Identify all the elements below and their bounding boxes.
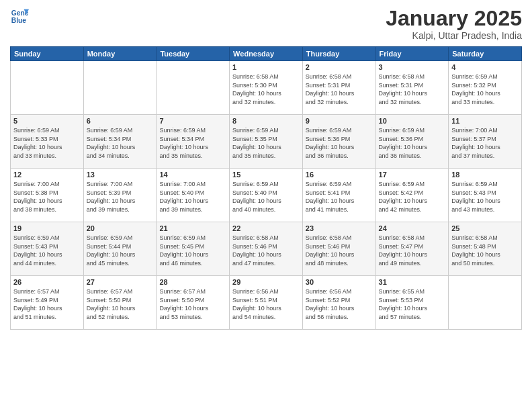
day-number: 20 xyxy=(87,224,154,232)
day-info: Sunrise: 6:59 AM Sunset: 5:41 PM Dayligh… xyxy=(306,180,373,214)
day-number: 22 xyxy=(232,224,300,232)
calendar-cell: 31Sunrise: 6:55 AM Sunset: 5:53 PM Dayli… xyxy=(375,276,449,330)
day-info: Sunrise: 6:59 AM Sunset: 5:36 PM Dayligh… xyxy=(379,126,446,160)
day-number: 13 xyxy=(87,171,154,179)
day-header-tuesday: Tuesday xyxy=(157,47,230,61)
month-title: January 2025 xyxy=(386,7,522,30)
day-info: Sunrise: 6:59 AM Sunset: 5:36 PM Dayligh… xyxy=(306,126,373,160)
day-info: Sunrise: 6:59 AM Sunset: 5:34 PM Dayligh… xyxy=(159,126,226,160)
calendar-cell: 9Sunrise: 6:59 AM Sunset: 5:36 PM Daylig… xyxy=(302,115,375,169)
day-info: Sunrise: 6:59 AM Sunset: 5:40 PM Dayligh… xyxy=(232,180,300,214)
day-header-monday: Monday xyxy=(83,47,157,61)
day-number: 5 xyxy=(13,117,81,125)
calendar-cell: 1Sunrise: 6:58 AM Sunset: 5:30 PM Daylig… xyxy=(230,61,303,115)
day-info: Sunrise: 6:58 AM Sunset: 5:48 PM Dayligh… xyxy=(451,234,519,267)
day-number: 12 xyxy=(13,171,81,179)
calendar-week-row: 19Sunrise: 6:59 AM Sunset: 5:43 PM Dayli… xyxy=(11,222,522,276)
calendar-cell xyxy=(449,276,522,330)
day-number: 3 xyxy=(379,63,446,71)
day-header-thursday: Thursday xyxy=(302,47,375,61)
calendar-cell: 7Sunrise: 6:59 AM Sunset: 5:34 PM Daylig… xyxy=(157,115,230,169)
day-number: 4 xyxy=(451,63,519,71)
day-number: 27 xyxy=(87,278,154,286)
day-info: Sunrise: 6:55 AM Sunset: 5:53 PM Dayligh… xyxy=(379,287,446,321)
day-number: 14 xyxy=(159,171,226,179)
day-info: Sunrise: 6:58 AM Sunset: 5:46 PM Dayligh… xyxy=(306,234,373,267)
calendar-cell: 12Sunrise: 7:00 AM Sunset: 5:38 PM Dayli… xyxy=(11,169,84,222)
calendar-cell: 4Sunrise: 6:59 AM Sunset: 5:32 PM Daylig… xyxy=(449,61,522,115)
svg-text:Blue: Blue xyxy=(11,17,27,24)
day-number: 26 xyxy=(13,278,81,286)
calendar-cell: 29Sunrise: 6:56 AM Sunset: 5:51 PM Dayli… xyxy=(230,276,303,330)
day-info: Sunrise: 7:00 AM Sunset: 5:38 PM Dayligh… xyxy=(13,180,81,214)
calendar-week-row: 5Sunrise: 6:59 AM Sunset: 5:33 PM Daylig… xyxy=(11,115,522,169)
calendar-cell: 16Sunrise: 6:59 AM Sunset: 5:41 PM Dayli… xyxy=(302,169,375,222)
calendar-cell: 11Sunrise: 7:00 AM Sunset: 5:37 PM Dayli… xyxy=(449,115,522,169)
day-info: Sunrise: 6:57 AM Sunset: 5:50 PM Dayligh… xyxy=(159,287,226,321)
day-header-sunday: Sunday xyxy=(11,47,84,61)
day-info: Sunrise: 6:58 AM Sunset: 5:31 PM Dayligh… xyxy=(379,73,446,106)
day-number: 24 xyxy=(379,224,446,232)
day-number: 8 xyxy=(232,117,300,125)
day-info: Sunrise: 6:59 AM Sunset: 5:33 PM Dayligh… xyxy=(13,126,81,160)
calendar-cell: 2Sunrise: 6:58 AM Sunset: 5:31 PM Daylig… xyxy=(302,61,375,115)
calendar-header-row: SundayMondayTuesdayWednesdayThursdayFrid… xyxy=(11,47,522,61)
day-number: 19 xyxy=(13,224,81,232)
day-number: 1 xyxy=(232,63,300,71)
day-info: Sunrise: 6:58 AM Sunset: 5:46 PM Dayligh… xyxy=(232,234,300,267)
title-block: January 2025 Kalpi, Uttar Pradesh, India xyxy=(386,7,522,41)
day-number: 28 xyxy=(159,278,226,286)
day-number: 18 xyxy=(451,171,519,179)
day-info: Sunrise: 6:59 AM Sunset: 5:43 PM Dayligh… xyxy=(451,180,519,214)
calendar-cell: 15Sunrise: 6:59 AM Sunset: 5:40 PM Dayli… xyxy=(230,169,303,222)
day-number: 10 xyxy=(379,117,446,125)
calendar-cell: 27Sunrise: 6:57 AM Sunset: 5:50 PM Dayli… xyxy=(83,276,157,330)
day-number: 2 xyxy=(306,63,373,71)
calendar-cell: 26Sunrise: 6:57 AM Sunset: 5:49 PM Dayli… xyxy=(11,276,84,330)
calendar-cell: 21Sunrise: 6:59 AM Sunset: 5:45 PM Dayli… xyxy=(157,222,230,276)
day-number: 7 xyxy=(159,117,226,125)
calendar-table: SundayMondayTuesdayWednesdayThursdayFrid… xyxy=(10,46,522,330)
calendar-cell xyxy=(11,61,84,115)
day-number: 11 xyxy=(451,117,519,125)
calendar-week-row: 1Sunrise: 6:58 AM Sunset: 5:30 PM Daylig… xyxy=(11,61,522,115)
location-subtitle: Kalpi, Uttar Pradesh, India xyxy=(386,30,522,41)
day-info: Sunrise: 6:59 AM Sunset: 5:44 PM Dayligh… xyxy=(87,234,154,267)
calendar-cell: 30Sunrise: 6:56 AM Sunset: 5:52 PM Dayli… xyxy=(302,276,375,330)
logo: General Blue xyxy=(10,7,29,26)
day-info: Sunrise: 6:59 AM Sunset: 5:34 PM Dayligh… xyxy=(87,126,154,160)
calendar-cell: 5Sunrise: 6:59 AM Sunset: 5:33 PM Daylig… xyxy=(11,115,84,169)
day-number: 15 xyxy=(232,171,300,179)
day-info: Sunrise: 6:58 AM Sunset: 5:31 PM Dayligh… xyxy=(306,73,373,106)
day-info: Sunrise: 6:59 AM Sunset: 5:42 PM Dayligh… xyxy=(379,180,446,214)
calendar-cell: 10Sunrise: 6:59 AM Sunset: 5:36 PM Dayli… xyxy=(375,115,449,169)
day-info: Sunrise: 7:00 AM Sunset: 5:40 PM Dayligh… xyxy=(159,180,226,214)
day-number: 21 xyxy=(159,224,226,232)
day-info: Sunrise: 6:59 AM Sunset: 5:43 PM Dayligh… xyxy=(13,234,81,267)
day-number: 9 xyxy=(306,117,373,125)
day-header-wednesday: Wednesday xyxy=(230,47,303,61)
day-info: Sunrise: 6:56 AM Sunset: 5:51 PM Dayligh… xyxy=(232,287,300,321)
calendar-cell: 20Sunrise: 6:59 AM Sunset: 5:44 PM Dayli… xyxy=(83,222,157,276)
day-number: 30 xyxy=(306,278,373,286)
day-number: 29 xyxy=(232,278,300,286)
day-number: 31 xyxy=(379,278,446,286)
calendar-cell: 8Sunrise: 6:59 AM Sunset: 5:35 PM Daylig… xyxy=(230,115,303,169)
day-number: 25 xyxy=(451,224,519,232)
calendar-cell xyxy=(157,61,230,115)
day-number: 16 xyxy=(306,171,373,179)
calendar-cell: 17Sunrise: 6:59 AM Sunset: 5:42 PM Dayli… xyxy=(375,169,449,222)
calendar-cell: 24Sunrise: 6:58 AM Sunset: 5:47 PM Dayli… xyxy=(375,222,449,276)
calendar-cell: 28Sunrise: 6:57 AM Sunset: 5:50 PM Dayli… xyxy=(157,276,230,330)
calendar-cell xyxy=(83,61,157,115)
day-info: Sunrise: 6:57 AM Sunset: 5:50 PM Dayligh… xyxy=(87,287,154,321)
day-header-saturday: Saturday xyxy=(449,47,522,61)
calendar-cell: 22Sunrise: 6:58 AM Sunset: 5:46 PM Dayli… xyxy=(230,222,303,276)
calendar-cell: 25Sunrise: 6:58 AM Sunset: 5:48 PM Dayli… xyxy=(449,222,522,276)
day-info: Sunrise: 6:59 AM Sunset: 5:32 PM Dayligh… xyxy=(451,73,519,106)
calendar-cell: 19Sunrise: 6:59 AM Sunset: 5:43 PM Dayli… xyxy=(11,222,84,276)
day-info: Sunrise: 7:00 AM Sunset: 5:37 PM Dayligh… xyxy=(451,126,519,160)
day-number: 23 xyxy=(306,224,373,232)
calendar-cell: 14Sunrise: 7:00 AM Sunset: 5:40 PM Dayli… xyxy=(157,169,230,222)
day-info: Sunrise: 6:58 AM Sunset: 5:30 PM Dayligh… xyxy=(232,73,300,106)
